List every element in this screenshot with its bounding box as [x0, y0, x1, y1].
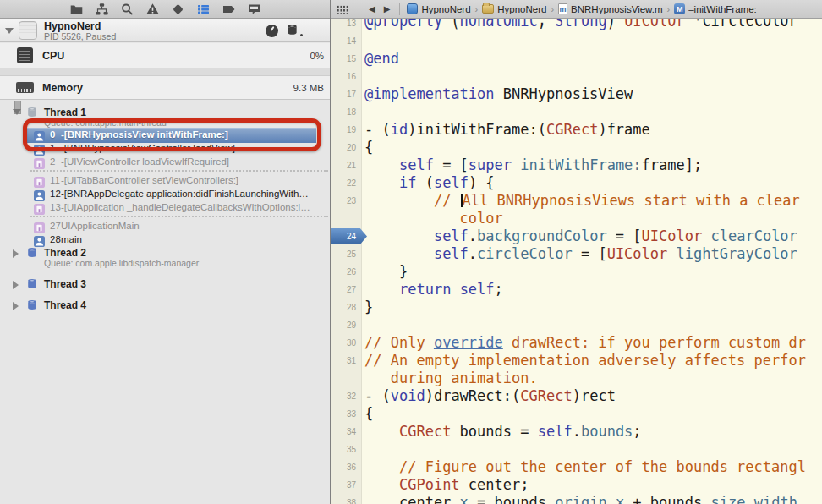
project-navigator-icon[interactable]	[69, 3, 84, 16]
line-number[interactable]: 24	[331, 227, 362, 245]
code-line[interactable]: 27 return self;	[331, 281, 822, 299]
line-number[interactable]: 22	[331, 174, 362, 192]
code-text: {	[362, 139, 373, 156]
stack-frame-row[interactable]: 11-[UITabBarController setViewController…	[0, 174, 330, 188]
line-number[interactable]: 37	[331, 476, 362, 494]
disclosure-closed-icon[interactable]	[13, 302, 19, 310]
line-number[interactable]: 32	[331, 387, 362, 405]
code-line[interactable]: 30// Only override drawRect: if you perf…	[331, 334, 822, 352]
code-line[interactable]: 36 // Figure out the center of the bound…	[331, 458, 822, 476]
disclosure-closed-icon[interactable]	[13, 249, 19, 258]
thread-row[interactable]: Thread 4	[0, 299, 330, 311]
breadcrumb-project[interactable]: HypnoNerd	[407, 3, 470, 14]
code-line[interactable]: 14	[331, 32, 822, 50]
back-button[interactable]: ◀	[369, 5, 375, 14]
breadcrumb-symbol[interactable]: M –initWithFrame:	[674, 3, 757, 14]
line-number[interactable]: 16	[331, 68, 362, 85]
stack-frame-row[interactable]: 2-[UIViewController loadViewIfRequired]	[0, 156, 330, 169]
frame-number: 11	[50, 175, 60, 185]
memory-gauge-row[interactable]: Memory 9.3 MB	[0, 76, 330, 100]
separator	[359, 3, 359, 15]
line-number[interactable]: 35	[331, 441, 362, 458]
code-line[interactable]: 17@implementation BNRHypnosisView	[331, 85, 822, 103]
code-line[interactable]: 38 center.x = bounds.origin.x + bounds.s…	[331, 494, 822, 504]
line-number[interactable]: 20	[331, 139, 362, 156]
code-line[interactable]: 32- (void)drawRect:(CGRect)rect	[331, 387, 822, 405]
system-frame-icon	[34, 176, 45, 187]
process-row[interactable]: HypnoNerd PID 5526, Paused	[0, 19, 330, 42]
source-editor[interactable]: 13@property (nonatomic, strong) UIColor …	[331, 0, 822, 504]
code-line[interactable]: 23 // All BNRHypnosisViews start with a …	[331, 192, 822, 210]
panel-divider[interactable]	[330, 0, 331, 504]
line-number[interactable]: 17	[331, 85, 362, 103]
test-navigator-icon[interactable]	[171, 3, 185, 16]
debug-navigator-icon[interactable]	[196, 3, 211, 16]
thread-row[interactable]: Thread 3	[0, 278, 330, 290]
code-text: return self;	[362, 281, 503, 299]
cpu-gauge-row[interactable]: CPU 0%	[0, 43, 330, 68]
disclosure-closed-icon[interactable]	[13, 281, 19, 289]
line-number[interactable]: 36	[331, 458, 362, 476]
code-line[interactable]: 26 }	[331, 263, 822, 281]
breakpoint-navigator-icon[interactable]	[222, 3, 236, 16]
line-number[interactable]: 18	[331, 103, 362, 121]
related-items-icon[interactable]	[337, 5, 348, 14]
code-line[interactable]: 31// An empty implementation adversely a…	[331, 352, 822, 370]
thread-row[interactable]: Thread 2Queue: com.apple.libdispatch-man…	[0, 247, 330, 269]
search-navigator-icon[interactable]	[120, 3, 134, 16]
line-number[interactable]	[331, 210, 362, 227]
code-line[interactable]: 29	[331, 316, 822, 334]
line-number[interactable]: 34	[331, 423, 362, 441]
code-text: - (id)initWithFrame:(CGRect)frame	[362, 121, 650, 139]
line-number[interactable]: 28	[331, 299, 362, 316]
symbol-navigator-icon[interactable]	[95, 3, 109, 16]
code-line[interactable]: 28}	[331, 299, 822, 316]
line-number[interactable]: 31	[331, 352, 362, 370]
line-number[interactable]: 14	[331, 32, 362, 50]
forward-button[interactable]: ▶	[384, 5, 391, 14]
stack-frames-ellipsis-divider	[30, 216, 328, 219]
line-number[interactable]: 38	[331, 494, 362, 504]
stack-frame-row[interactable]: 13-[UIApplication _handleDelegateCallbac…	[0, 201, 330, 215]
code-line[interactable]: color	[331, 210, 822, 227]
code-line[interactable]: 25 self.circleColor = [UIColor lightGray…	[331, 245, 822, 263]
disclosure-open-icon[interactable]	[13, 109, 21, 115]
code-line[interactable]: 37 CGPoint center;	[331, 476, 822, 494]
line-number[interactable]: 25	[331, 245, 362, 263]
issue-navigator-icon[interactable]	[145, 3, 160, 16]
line-number[interactable]: 26	[331, 263, 362, 281]
code-line[interactable]: 20{	[331, 139, 822, 156]
code-line[interactable]: 35	[331, 441, 822, 458]
stack-frame-row[interactable]: 12-[BNRAppDelegate application:didFinish…	[0, 188, 330, 201]
stack-frame-row[interactable]: 27UIApplicationMain	[0, 220, 330, 233]
code-line[interactable]: 22 if (self) {	[331, 174, 822, 192]
stack-frame-row[interactable]: 28main	[0, 233, 330, 247]
code-line[interactable]: 24 self.backgroundColor = [UIColor clear…	[331, 227, 822, 245]
line-number[interactable]: 33	[331, 405, 362, 423]
line-number[interactable]	[331, 370, 362, 387]
line-number[interactable]: 21	[331, 156, 362, 174]
spray-can-icon[interactable]	[286, 24, 299, 36]
breadcrumb-group[interactable]: HypnoNerd	[482, 4, 546, 14]
code-line[interactable]: 21 self = [super initWithFrame:frame];	[331, 156, 822, 174]
thread-label: Thread 4	[44, 299, 86, 311]
disclosure-triangle-icon[interactable]	[5, 28, 14, 34]
code-line[interactable]: 16	[331, 68, 822, 85]
code-text: // An empty implementation adversely aff…	[362, 352, 806, 370]
code-line[interactable]: 18	[331, 103, 822, 121]
line-number[interactable]: 15	[331, 50, 362, 68]
code-line[interactable]: 33{	[331, 405, 822, 423]
gauge-icon[interactable]	[266, 25, 278, 37]
line-number[interactable]: 19	[331, 121, 362, 139]
code-line[interactable]: 15@end	[331, 50, 822, 68]
line-number[interactable]: 23	[331, 192, 362, 210]
log-navigator-icon[interactable]	[247, 3, 261, 16]
code-area[interactable]: 13@property (nonatomic, strong) UIColor …	[331, 0, 822, 504]
line-number[interactable]: 27	[331, 281, 362, 299]
line-number[interactable]: 30	[331, 334, 362, 352]
code-line[interactable]: 19- (id)initWithFrame:(CGRect)frame	[331, 121, 822, 139]
breadcrumb-file[interactable]: m BNRHypnosisView.m	[558, 3, 662, 14]
code-line[interactable]: 34 CGRect bounds = self.bounds;	[331, 423, 822, 441]
code-line[interactable]: during animation.	[331, 370, 822, 387]
line-number[interactable]: 29	[331, 316, 362, 334]
